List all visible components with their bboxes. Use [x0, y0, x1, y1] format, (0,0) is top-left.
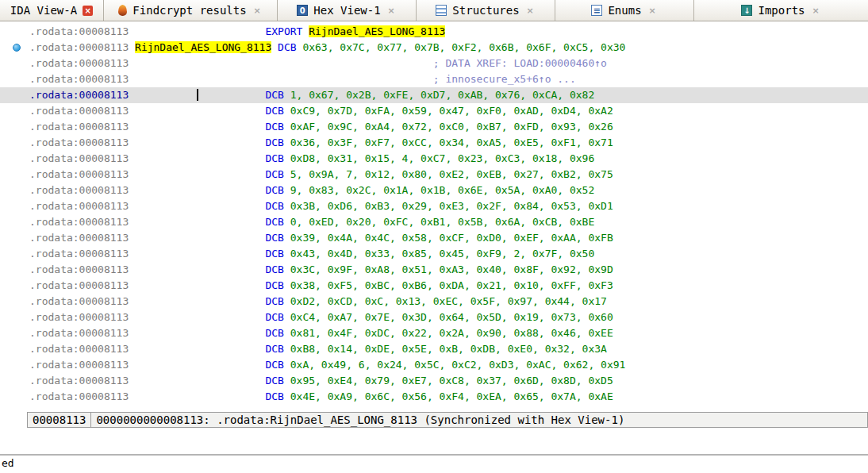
listing[interactable]: .rodata:00008113 EXPORT RijnDael_AES_LON… [0, 21, 868, 406]
listing-line[interactable]: .rodata:00008113 DCB 0x38, 0xF5, 0xBC, 0… [0, 278, 868, 294]
ida-window: IDA View-AFindcrypt resultsHex View-1Str… [0, 0, 868, 473]
indent [129, 137, 265, 148]
listing-line[interactable]: .rodata:00008113 DCB 0x4E, 0xA9, 0x6C, 0… [0, 389, 868, 405]
seg-kw: DCB [265, 121, 290, 133]
seg-kw: DCB [265, 137, 290, 148]
seg-val: 0, 0xED, 0x20, 0xFC, 0xB1, 0x5B, 0x6A, 0… [290, 216, 595, 228]
seg-val: 0x4E, 0xA9, 0x6C, 0x56, 0xF4, 0xEA, 0x65… [290, 390, 613, 402]
seg-kw: DCB [265, 184, 290, 196]
listing-line[interactable]: .rodata:00008113 DCB 1, 0x67, 0x2B, 0xFE… [0, 87, 868, 103]
listing-line[interactable]: .rodata:00008113 DCB 0xC9, 0x7D, 0xFA, 0… [0, 103, 868, 119]
close-tab-icon[interactable] [252, 6, 263, 16]
indent [129, 121, 265, 133]
seg-val: 5, 0x9A, 7, 0x12, 0x80, 0xE2, 0xEB, 0x27… [290, 168, 613, 180]
line-address: .rodata:00008113 [29, 232, 129, 244]
seg-val: 0xD2, 0xCD, 0xC, 0x13, 0xEC, 0x5F, 0x97,… [290, 295, 607, 307]
seg-val: 0x43, 0x4D, 0x33, 0x85, 0x45, 0xF9, 2, 0… [290, 248, 595, 260]
listing-line[interactable]: .rodata:00008113 DCB 0xB8, 0x14, 0xDE, 0… [0, 341, 868, 357]
line-address: .rodata:00008113 [29, 57, 129, 69]
seg-val: 0xC4, 0xA7, 0x7E, 0x3D, 0x64, 0x5D, 0x19… [290, 311, 613, 323]
listing-line[interactable]: .rodata:00008113 DCB 0x39, 0x4A, 0x4C, 0… [0, 230, 868, 246]
indent [129, 168, 265, 180]
indent [129, 263, 265, 275]
listing-line[interactable]: .rodata:00008113 DCB 0x81, 0x4F, 0xDC, 0… [0, 325, 868, 341]
structures-icon [436, 5, 447, 16]
line-address: .rodata:00008113 [29, 105, 129, 117]
line-address: .rodata:00008113 [29, 137, 129, 148]
indent [129, 359, 265, 371]
tab-label: Structures [452, 4, 519, 17]
line-address: .rodata:00008113 [29, 263, 129, 275]
tab-label: Hex View-1 [313, 4, 380, 17]
line-address: .rodata:00008113 [29, 311, 129, 323]
listing-line[interactable]: .rodata:00008113 ; DATA XREF: LOAD:00000… [0, 56, 868, 71]
close-tab-icon[interactable] [647, 6, 658, 16]
listing-line[interactable]: .rodata:00008113 DCB 0x3C, 0x9F, 0xA8, 0… [0, 262, 868, 278]
tab-imports[interactable]: Imports [694, 0, 868, 21]
tab-ida-view-a[interactable]: IDA View-A [0, 0, 104, 21]
tab-findcrypt-results[interactable]: Findcrypt results [104, 0, 278, 21]
tab-bar: IDA View-AFindcrypt resultsHex View-1Str… [0, 0, 868, 21]
listing-line[interactable]: .rodata:00008113 DCB 0x95, 0xE4, 0x79, 0… [0, 373, 868, 389]
listing-line[interactable]: .rodata:00008113 DCB 0xAF, 0x9C, 0xA4, 0… [0, 119, 868, 135]
line-address: .rodata:00008113 [29, 279, 129, 291]
imports-icon [741, 5, 752, 16]
tab-structures[interactable]: Structures [417, 0, 555, 21]
listing-line[interactable]: .rodata:00008113 DCB 0xA, 0x49, 6, 0x24,… [0, 357, 868, 373]
indent [129, 311, 265, 323]
listing-line[interactable]: .rodata:00008113 DCB 0xD8, 0x31, 0x15, 4… [0, 151, 868, 167]
line-address: .rodata:00008113 [29, 41, 129, 53]
seg-val: 0xD8, 0x31, 0x15, 4, 0xC7, 0x23, 0xC3, 0… [290, 152, 595, 164]
seg-kw: DCB [265, 168, 290, 180]
seg-val: 0x3B, 0xD6, 0xB3, 0x29, 0xE3, 0x2F, 0x84… [290, 200, 613, 212]
line-address: .rodata:00008113 [29, 168, 129, 180]
highlighted-name: RijnDael_AES_LONG_8113 [309, 25, 445, 37]
navigation-marker-icon [13, 44, 21, 52]
indent [129, 152, 265, 164]
listing-line[interactable]: .rodata:00008113 DCB 0x3B, 0xD6, 0xB3, 0… [0, 198, 868, 214]
listing-line[interactable]: .rodata:00008113 DCB 0, 0xED, 0x20, 0xFC… [0, 214, 868, 230]
seg-kw: DCB [278, 41, 302, 53]
line-address: .rodata:00008113 [29, 390, 129, 402]
listing-line[interactable]: .rodata:00008113 ; innosecure_x5+6↑o ... [0, 71, 868, 87]
close-tab-icon[interactable] [525, 6, 536, 16]
seg-kw: DCB [265, 311, 290, 323]
seg-kw: DCB [265, 295, 290, 307]
output-window[interactable]: ed [0, 456, 868, 473]
listing-line[interactable]: .rodata:00008113 EXPORT RijnDael_AES_LON… [0, 24, 868, 40]
listing-line[interactable]: .rodata:00008113 DCB 0xC4, 0xA7, 0x7E, 0… [0, 310, 868, 325]
seg-kw: DCB [265, 232, 290, 244]
highlighted-name: RijnDael_AES_LONG_8113 [135, 41, 271, 53]
indent [129, 184, 265, 196]
indent [129, 216, 265, 228]
line-address: .rodata:00008113 [29, 359, 129, 371]
seg-kw: DCB [265, 327, 290, 339]
listing-line[interactable]: .rodata:00008113 DCB 0x43, 0x4D, 0x33, 0… [0, 246, 868, 262]
seg-kw: DCB [265, 390, 290, 402]
listing-line[interactable]: .rodata:00008113 DCB 9, 0x83, 0x2C, 0x1A… [0, 183, 868, 198]
indent [129, 105, 265, 117]
indent [129, 73, 433, 85]
listing-line[interactable]: .rodata:00008113 DCB 0x36, 0x3F, 0xF7, 0… [0, 135, 868, 151]
close-tab-icon[interactable] [83, 6, 93, 16]
seg-cmt: ; DATA XREF: LOAD:00000460↑o [433, 57, 607, 69]
seg-kw: DCB [265, 279, 290, 291]
tab-hex-view-1[interactable]: Hex View-1 [278, 0, 417, 21]
close-tab-icon[interactable] [811, 6, 821, 16]
indent [129, 200, 265, 212]
line-address: .rodata:00008113 [29, 216, 129, 228]
listing-line[interactable]: .rodata:00008113 RijnDael_AES_LONG_8113 … [0, 40, 868, 56]
seg-kw: DCB [265, 248, 290, 260]
line-address: .rodata:00008113 [29, 295, 129, 307]
listing-line[interactable]: .rodata:00008113 DCB 5, 0x9A, 7, 0x12, 0… [0, 167, 868, 183]
seg-kw: DCB [265, 343, 290, 355]
seg-val: 0x38, 0xF5, 0xBC, 0xB6, 0xDA, 0x21, 0x10… [290, 279, 613, 291]
listing-line[interactable]: .rodata:00008113 DCB 0xD2, 0xCD, 0xC, 0x… [0, 294, 868, 310]
indent [129, 57, 433, 69]
seg-pln [271, 41, 278, 53]
close-tab-icon[interactable] [386, 6, 397, 16]
seg-val: 0x63, 0x7C, 0x77, 0x7B, 0xF2, 0x6B, 0x6F… [302, 41, 625, 53]
indent [129, 295, 265, 307]
tab-label: Imports [758, 4, 805, 17]
tab-enums[interactable]: Enums [555, 0, 694, 21]
